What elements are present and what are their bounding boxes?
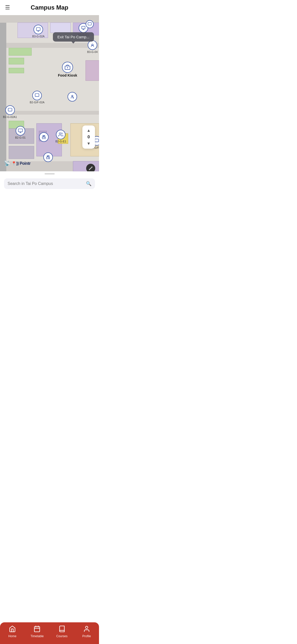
header: ☰ Campus Map [0,0,99,15]
exit-tooltip: Exit Tai Po Camp... [53,32,94,42]
pin-food-kiosk[interactable]: Food Kiosk [58,62,77,77]
svg-point-37 [43,135,44,136]
pin-label: B2-G-01 [15,136,26,139]
pin-B3-G-04[interactable]: B3-G-04 [87,40,98,53]
svg-rect-22 [37,28,40,31]
menu-button[interactable]: ☰ [5,5,10,10]
search-icon: 🔍 [86,181,91,186]
svg-rect-1 [0,15,6,171]
pin-icon [16,126,25,136]
pin-label: B2-G-E1 [55,140,66,143]
svg-rect-7 [9,48,31,55]
svg-point-43 [48,155,49,156]
floor-up-button[interactable]: ▲ [84,127,93,134]
pin-B2-G-02A1[interactable]: B2-G-02A1 [3,105,17,118]
svg-rect-40 [95,139,98,142]
svg-rect-12 [9,146,34,159]
pointr-logo-text: 📍)) Pointr [11,161,30,166]
pin-icon [34,25,43,34]
pin-label: B2-G/F-02A [30,101,45,104]
pin-restroom2[interactable] [43,152,53,162]
page-title: Campus Map [31,4,68,11]
svg-rect-9 [9,68,24,73]
svg-rect-4 [50,23,71,33]
svg-rect-25 [82,26,85,29]
pin-B3-G-04-top[interactable] [86,20,94,28]
pin-icon [5,105,15,115]
svg-rect-21 [73,161,99,171]
stair-marker-3 [86,164,95,171]
floor-number: 0 [87,134,90,140]
search-bar[interactable]: 🔍 [4,178,95,189]
svg-rect-26 [88,22,91,25]
search-section: 🔍 [0,176,99,192]
pin-icon [32,91,42,100]
svg-point-38 [44,135,45,136]
svg-point-39 [59,133,61,135]
pin-label: B3-G-04 [87,50,98,53]
campus-map[interactable]: Exit Tai Po Camp... B3-G-02A B3-G-E1 [0,15,99,171]
pointr-signal-icon: 📡 [4,160,10,166]
svg-rect-31 [8,108,12,111]
floor-down-button[interactable]: ▼ [84,140,93,147]
pin-icon [62,62,73,73]
pin-B2-GF-02A[interactable]: B2-G/F-02A [30,91,45,104]
drag-handle[interactable] [45,173,55,174]
pointr-brand: 📡 📍)) Pointr [4,160,30,166]
pin-label: B2-G-02A1 [3,115,17,118]
pin-B3-G-02A[interactable]: B3-G-02A [32,25,45,38]
pin-icon [56,130,65,139]
pin-icon [86,20,94,28]
pin-icon [39,132,49,142]
pin-B2-G-01[interactable]: B2-G-01 [15,126,26,139]
pin-food-kiosk-label: Food Kiosk [58,73,77,77]
svg-rect-14 [6,111,99,115]
pin-label: B3-G-02A [32,35,45,38]
pin-icon [43,152,53,162]
svg-rect-34 [18,129,22,132]
pin-icon [68,92,77,102]
svg-rect-30 [35,94,39,97]
pin-B2-G-E1[interactable]: B2-G-E1 [55,130,66,143]
svg-point-32 [72,95,73,96]
svg-rect-6 [86,60,99,81]
floor-counter: ▲ 0 ▼ [82,125,95,149]
svg-rect-13 [6,43,99,48]
svg-rect-2 [0,15,99,23]
pin-baby[interactable] [68,92,77,102]
search-input[interactable] [8,181,83,186]
pin-restroom1[interactable] [39,132,49,142]
svg-rect-8 [9,58,24,64]
pin-icon [88,40,97,50]
svg-point-42 [47,155,48,156]
